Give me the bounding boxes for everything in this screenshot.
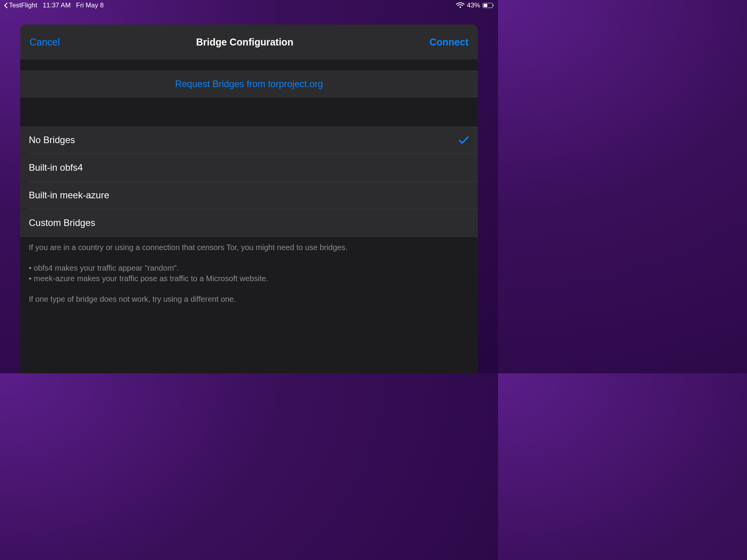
nav-title: Bridge Configuration — [196, 37, 293, 48]
section-gap — [20, 98, 478, 126]
battery-icon — [482, 3, 494, 8]
footer-description: If you are in a country or using a conne… — [20, 237, 478, 304]
status-bar: TestFlight 11:37 AM Fri May 8 43% — [0, 0, 498, 11]
nav-bar: Cancel Bridge Configuration Connect — [20, 24, 478, 60]
status-right: 43% — [456, 2, 494, 9]
status-time: 11:37 AM — [43, 2, 71, 9]
option-label: Custom Bridges — [29, 217, 95, 228]
request-bridges-label: Request Bridges from torproject.org — [175, 79, 323, 89]
back-chevron-icon — [4, 2, 8, 9]
footer-paragraph: If you are in a country or using a conne… — [29, 242, 469, 253]
checkmark-icon — [458, 136, 469, 144]
status-left: TestFlight 11:37 AM Fri May 8 — [4, 2, 103, 9]
option-no-bridges[interactable]: No Bridges — [20, 126, 478, 154]
footer-bullet-obfs4: • obfs4 makes your traffic appear "rando… — [29, 264, 179, 272]
connect-button[interactable]: Connect — [430, 37, 468, 48]
status-back-app-label: TestFlight — [9, 2, 37, 9]
footer-bullets: • obfs4 makes your traffic appear "rando… — [29, 263, 469, 284]
svg-rect-2 — [484, 4, 487, 7]
footer-bullet-meek: • meek-azure makes your traffic pose as … — [29, 274, 268, 283]
request-bridges-link[interactable]: Request Bridges from torproject.org — [20, 70, 478, 98]
status-date: Fri May 8 — [76, 2, 104, 9]
modal-sheet: Cancel Bridge Configuration Connect Requ… — [20, 24, 478, 373]
svg-rect-3 — [493, 5, 494, 7]
option-custom-bridges[interactable]: Custom Bridges — [20, 209, 478, 236]
status-back-to-app[interactable]: TestFlight — [4, 2, 37, 9]
option-label: No Bridges — [29, 135, 75, 145]
option-obfs4[interactable]: Built-in obfs4 — [20, 154, 478, 181]
cancel-button[interactable]: Cancel — [30, 37, 60, 48]
section-gap — [20, 60, 478, 70]
option-label: Built-in obfs4 — [29, 162, 83, 173]
option-meek-azure[interactable]: Built-in meek-azure — [20, 182, 478, 209]
footer-paragraph: If one type of bridge does not work, try… — [29, 294, 469, 304]
svg-point-0 — [459, 7, 461, 8]
wifi-icon — [456, 2, 465, 9]
status-battery-percent: 43% — [467, 2, 480, 9]
option-label: Built-in meek-azure — [29, 190, 109, 201]
